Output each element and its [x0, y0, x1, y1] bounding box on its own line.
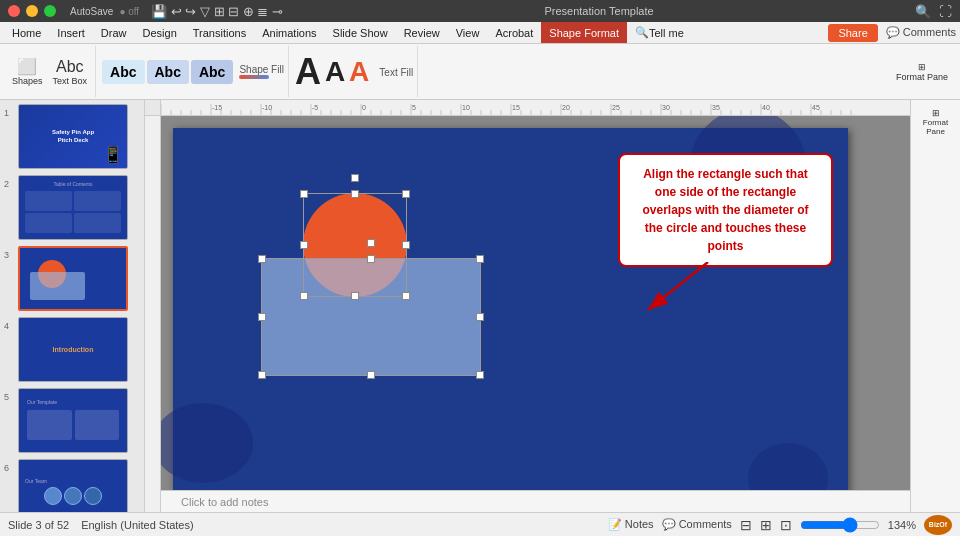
- window-title: Presentation Template: [289, 5, 909, 17]
- circle-handle-tr[interactable]: [402, 190, 410, 198]
- bizof-logo: BizOf: [924, 515, 952, 535]
- font-letter-orange[interactable]: A: [349, 56, 369, 88]
- callout-tooltip: Align the rectangle such that one side o…: [618, 153, 833, 267]
- abc-style-3[interactable]: Abc: [191, 60, 233, 84]
- menu-design[interactable]: Design: [135, 22, 185, 43]
- autosave-label: AutoSave: [70, 6, 113, 17]
- menu-acrobat[interactable]: Acrobat: [487, 22, 541, 43]
- slide-thumb-5[interactable]: 5 Our Template: [4, 388, 140, 453]
- notes-placeholder: Click to add notes: [181, 496, 268, 508]
- share-button[interactable]: Share: [828, 24, 877, 42]
- abc-group: Abc Abc Abc Shape Fill: [98, 46, 289, 97]
- font-group: A A A Text Fill: [291, 46, 418, 97]
- comments-button[interactable]: 💬 Comments: [886, 26, 956, 39]
- circle-handle-mr[interactable]: [402, 241, 410, 249]
- circle-handle-ml[interactable]: [300, 241, 308, 249]
- textbox-icon: Abc: [56, 58, 84, 76]
- slide-num-2: 2: [4, 175, 14, 189]
- rect-handle-tc[interactable]: [367, 255, 375, 263]
- ruler-corner: [145, 100, 161, 116]
- circle-rotate-handle[interactable]: [351, 174, 359, 182]
- view-slideshow-icon[interactable]: ⊡: [780, 517, 792, 533]
- search-icon-menu: 🔍: [635, 26, 649, 39]
- circle-handle-tl[interactable]: [300, 190, 308, 198]
- menu-draw[interactable]: Draw: [93, 22, 135, 43]
- svg-text:0: 0: [362, 104, 366, 111]
- menu-transitions[interactable]: Transitions: [185, 22, 254, 43]
- rect-handle-ml[interactable]: [258, 313, 266, 321]
- rect-rotate-handle[interactable]: [367, 239, 375, 247]
- slide-image-4[interactable]: Introduction: [18, 317, 128, 382]
- menu-review[interactable]: Review: [396, 22, 448, 43]
- font-letter-large[interactable]: A: [295, 51, 321, 93]
- view-normal-icon[interactable]: ⊟: [740, 517, 752, 533]
- rect-handle-br[interactable]: [476, 371, 484, 379]
- callout-text: Align the rectangle such that one side o…: [618, 153, 833, 267]
- canvas-row: Align the rectangle such that one side o…: [145, 116, 910, 512]
- menu-view[interactable]: View: [448, 22, 488, 43]
- slide-thumb-6[interactable]: 6 Our Team: [4, 459, 140, 512]
- search-icon[interactable]: 🔍: [915, 4, 931, 19]
- svg-text:-10: -10: [262, 104, 272, 111]
- slide-image-6[interactable]: Our Team: [18, 459, 128, 512]
- maximize-button[interactable]: [44, 5, 56, 17]
- menu-animations[interactable]: Animations: [254, 22, 324, 43]
- slide-canvas[interactable]: Align the rectangle such that one side o…: [173, 128, 848, 503]
- slide-5-content: Our Template: [19, 389, 127, 452]
- slide-thumb-2[interactable]: 2 Table of Contents: [4, 175, 140, 240]
- comments-status-button[interactable]: 💬 Comments: [662, 518, 732, 531]
- menu-slideshow[interactable]: Slide Show: [325, 22, 396, 43]
- toolbar-icons: 💾 ↩ ↪ ▽ ⊞ ⊟ ⊕ ≣ ⊸: [151, 4, 283, 19]
- rect-handle-bl[interactable]: [258, 371, 266, 379]
- menu-home[interactable]: Home: [4, 22, 49, 43]
- zoom-level: 134%: [888, 519, 916, 531]
- format-pane-button[interactable]: ⊞ Format Pane: [892, 51, 952, 93]
- text-box-button[interactable]: Abc Text Box: [49, 51, 92, 93]
- rect-handle-tr[interactable]: [476, 255, 484, 263]
- slide-6-content: Our Team: [19, 460, 127, 512]
- slide-thumb-1[interactable]: 1 Safety Pin AppPitch Deck 📱: [4, 104, 140, 169]
- rect-handle-bc[interactable]: [367, 371, 375, 379]
- slide-3-content: [20, 248, 126, 309]
- zoom-slider[interactable]: [800, 517, 880, 533]
- text-fill-button[interactable]: Text Fill: [379, 65, 413, 79]
- format-pane-icon: ⊞: [932, 108, 940, 118]
- notes-area[interactable]: Click to add notes: [161, 490, 910, 512]
- autosave-state: ● off: [119, 6, 139, 17]
- shapes-icon: ⬜: [17, 57, 37, 76]
- slide-thumb-3[interactable]: 3: [4, 246, 140, 311]
- rect-handle-tl[interactable]: [258, 255, 266, 263]
- shape-fill-button[interactable]: Shape Fill: [239, 64, 283, 79]
- font-letter-medium[interactable]: A: [325, 56, 345, 88]
- slide-image-1[interactable]: Safety Pin AppPitch Deck 📱: [18, 104, 128, 169]
- abc-style-1[interactable]: Abc: [102, 60, 144, 84]
- right-toolbar-group: ⊞ Format Pane: [420, 46, 956, 97]
- abc-style-2[interactable]: Abc: [147, 60, 189, 84]
- svg-text:-15: -15: [212, 104, 222, 111]
- svg-line-84: [648, 262, 708, 310]
- menu-insert[interactable]: Insert: [49, 22, 93, 43]
- slide-image-3[interactable]: [18, 246, 128, 311]
- minimize-button[interactable]: [26, 5, 38, 17]
- notes-status-button[interactable]: 📝 Notes: [608, 518, 654, 531]
- ruler-horizontal: -15-10-5051015202530354045: [161, 100, 910, 116]
- slide-num-6: 6: [4, 459, 14, 473]
- close-button[interactable]: [8, 5, 20, 17]
- slide-image-5[interactable]: Our Template: [18, 388, 128, 453]
- circle-handle-tc[interactable]: [351, 190, 359, 198]
- view-grid-icon[interactable]: ⊞: [760, 517, 772, 533]
- svg-text:15: 15: [512, 104, 520, 111]
- svg-text:5: 5: [412, 104, 416, 111]
- format-pane: ⊞ Format Pane: [910, 100, 960, 512]
- slide-image-2[interactable]: Table of Contents: [18, 175, 128, 240]
- slide-thumb-4[interactable]: 4 Introduction: [4, 317, 140, 382]
- shapes-button[interactable]: ⬜ Shapes: [8, 51, 47, 93]
- menu-shape-format[interactable]: Shape Format: [541, 22, 627, 43]
- menu-tell-me[interactable]: 🔍 Tell me: [627, 22, 692, 43]
- blob-bottom-left: [161, 403, 253, 483]
- format-pane-toggle[interactable]: ⊞ Format Pane: [911, 104, 960, 140]
- svg-text:10: 10: [462, 104, 470, 111]
- toolbar: ⬜ Shapes Abc Text Box Abc Abc Abc Shape …: [0, 44, 960, 100]
- rect-handle-mr[interactable]: [476, 313, 484, 321]
- canvas-background[interactable]: Align the rectangle such that one side o…: [161, 116, 910, 512]
